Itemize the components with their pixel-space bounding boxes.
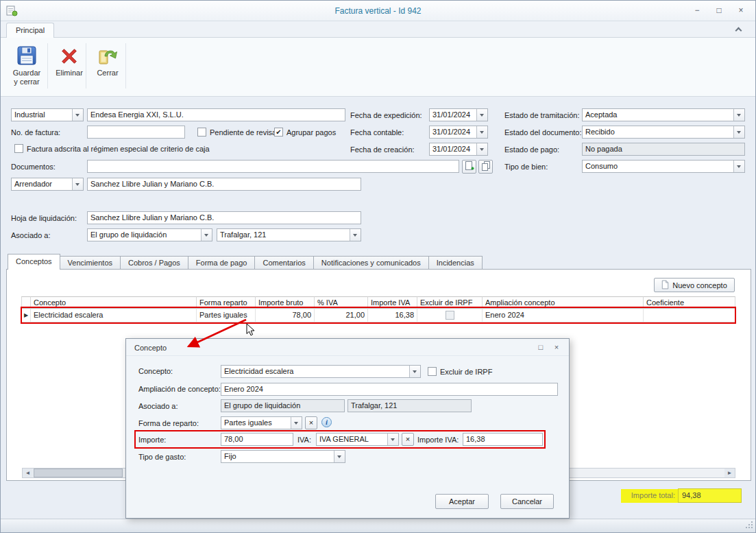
proveedor-field[interactable]: Endesa Energia XXI, S.L.U. xyxy=(87,108,345,121)
close-icon[interactable]: × xyxy=(732,5,750,17)
column-header-importe-iva[interactable]: Importe IVA xyxy=(368,296,417,309)
cell-importe-iva[interactable]: 16,38 xyxy=(368,309,417,322)
column-header-excluir-irpf[interactable]: Excluir de IRPF xyxy=(417,296,483,309)
dialog-tipo-gasto-combobox[interactable]: Fijo xyxy=(221,450,345,463)
scrollbar-thumb[interactable] xyxy=(34,469,123,477)
arrendador-tipo-value: Arrendador xyxy=(14,180,52,188)
chevron-down-icon[interactable] xyxy=(733,161,744,172)
cell-concepto[interactable]: Electricidad escalera xyxy=(31,309,197,322)
cell-coeficiente[interactable] xyxy=(644,309,735,322)
column-header-forma-reparto[interactable]: Forma reparto xyxy=(197,296,256,309)
asociado-grupo-combobox[interactable]: El grupo de liquidación xyxy=(87,228,212,241)
agrupar-pagos-checkbox[interactable]: ✔ xyxy=(274,128,283,137)
fecha-contable-label: Fecha contable: xyxy=(350,128,404,137)
chevron-down-icon[interactable] xyxy=(350,229,361,241)
documentos-field[interactable] xyxy=(87,160,459,173)
dialog-asociado-propiedad-field: Trafalgar, 121 xyxy=(347,399,472,412)
asociado-propiedad-combobox[interactable]: Trafalgar, 121 xyxy=(217,228,361,241)
chevron-down-icon[interactable] xyxy=(387,434,398,445)
tab-notificaciones[interactable]: Notificaciones y comunicados xyxy=(313,256,429,270)
maximize-icon[interactable]: □ xyxy=(710,5,728,17)
cancelar-button[interactable]: Cancelar xyxy=(500,494,554,509)
info-icon[interactable]: i xyxy=(321,417,332,427)
close-window-button[interactable]: Cerrar xyxy=(88,40,127,93)
delete-button[interactable]: Eliminar xyxy=(50,40,88,93)
fecha-expedicion-field[interactable]: 31/01/2024 xyxy=(429,108,488,121)
chevron-down-icon[interactable] xyxy=(72,178,83,190)
cell-ampliacion[interactable]: Enero 2024 xyxy=(483,309,644,322)
dialog-concepto-combobox[interactable]: Electricidad escalera xyxy=(221,365,421,378)
dialog-maximize-icon[interactable]: □ xyxy=(534,342,548,353)
criterio-caja-checkbox[interactable] xyxy=(14,144,23,153)
aceptar-button[interactable]: Aceptar xyxy=(435,494,489,509)
dialog-iva-value: IVA GENERAL xyxy=(319,435,369,443)
fecha-creacion-field[interactable]: 31/01/2024 xyxy=(429,143,488,156)
ribbon-separator xyxy=(86,43,86,88)
tab-forma-de-pago[interactable]: Forma de pago xyxy=(188,256,256,270)
chevron-down-icon[interactable] xyxy=(334,451,345,462)
dialog-tipo-gasto-value: Fijo xyxy=(224,452,236,460)
clear-forma-reparto-button[interactable]: × xyxy=(305,416,317,429)
exit-icon xyxy=(88,40,127,67)
scroll-left-icon[interactable]: ◄ xyxy=(23,469,33,477)
cell-iva[interactable]: 21,00 xyxy=(315,309,368,322)
dialog-ampliacion-field[interactable]: Enero 2024 xyxy=(221,383,558,396)
estado-tramitacion-combobox[interactable]: Aceptada xyxy=(582,108,745,121)
copy-document-button[interactable] xyxy=(478,160,493,174)
chevron-down-icon[interactable] xyxy=(476,143,487,155)
column-header-coeficiente[interactable]: Coeficiente xyxy=(644,296,735,309)
dialog-close-icon[interactable]: × xyxy=(550,342,563,353)
column-header-iva[interactable]: % IVA xyxy=(315,296,368,309)
tab-vencimientos[interactable]: Vencimientos xyxy=(60,256,121,270)
save-and-close-button[interactable]: Guardar y cerrar xyxy=(8,40,46,93)
tipo-titular-combobox[interactable]: Industrial xyxy=(11,108,84,121)
column-header-importe-bruto[interactable]: Importe bruto xyxy=(256,296,315,309)
fecha-contable-field[interactable]: 31/01/2024 xyxy=(429,126,488,139)
dialog-ampliacion-label: Ampliación de concepto: xyxy=(138,385,221,393)
collapse-ribbon-button[interactable] xyxy=(731,25,746,36)
dialog-importe-iva-field[interactable]: 16,38 xyxy=(463,433,543,446)
importe-total-label: Importe total: xyxy=(621,489,678,503)
chevron-down-icon[interactable] xyxy=(476,109,487,121)
chevron-down-icon[interactable] xyxy=(409,366,420,377)
excluir-irpf-grid-checkbox[interactable] xyxy=(446,311,454,320)
dialog-forma-reparto-combobox[interactable]: Partes iguales xyxy=(221,416,302,429)
column-header-ampliacion[interactable]: Ampliación concepto xyxy=(483,296,644,309)
concepto-dialog: Concepto □ × Concepto: Electricidad esca… xyxy=(125,338,570,519)
resize-grip-icon[interactable] xyxy=(745,521,753,530)
attach-document-button[interactable] xyxy=(462,160,476,174)
dialog-iva-combobox[interactable]: IVA GENERAL xyxy=(316,433,399,446)
minimize-icon[interactable]: − xyxy=(688,5,706,17)
chevron-down-icon[interactable] xyxy=(201,229,212,241)
nuevo-concepto-button[interactable]: Nuevo concepto xyxy=(654,278,735,292)
tab-comentarios[interactable]: Comentarios xyxy=(254,256,313,270)
clear-iva-button[interactable]: × xyxy=(402,433,414,446)
arrendador-field[interactable]: Sanchez Llibre Julian y Mariano C.B. xyxy=(87,178,361,191)
estado-documento-combobox[interactable]: Recibido xyxy=(582,126,745,139)
dialog-iva-label: IVA: xyxy=(297,436,311,444)
estado-tramitacion-label: Estado de tramitación: xyxy=(504,111,579,119)
fecha-creacion-value: 31/01/2024 xyxy=(432,145,470,153)
no-factura-field[interactable] xyxy=(87,126,185,139)
tab-incidencias[interactable]: Incidencias xyxy=(428,256,483,270)
chevron-down-icon[interactable] xyxy=(72,109,83,121)
chevron-down-icon[interactable] xyxy=(733,126,744,138)
dialog-titlebar: Concepto □ × xyxy=(126,339,569,356)
dialog-excluir-irpf-checkbox[interactable] xyxy=(428,367,437,376)
arrendador-tipo-combobox[interactable]: Arrendador xyxy=(11,178,84,191)
chevron-down-icon[interactable] xyxy=(476,126,487,138)
chevron-down-icon[interactable] xyxy=(291,417,302,429)
cell-importe-bruto[interactable]: 78,00 xyxy=(256,309,315,322)
dialog-importe-field[interactable]: 78,00 xyxy=(221,433,293,446)
tab-principal[interactable]: Principal xyxy=(6,23,54,38)
hoja-liquidacion-field[interactable]: Sanchez Llibre Julian y Mariano C.B. xyxy=(87,211,361,224)
tab-conceptos[interactable]: Conceptos xyxy=(8,254,60,270)
chevron-down-icon[interactable] xyxy=(733,109,744,121)
column-header-concepto[interactable]: Concepto xyxy=(31,296,197,309)
tab-cobros-pagos[interactable]: Cobros / Pagos xyxy=(120,256,188,270)
scroll-right-icon[interactable]: ► xyxy=(724,469,735,477)
pendiente-revisar-checkbox[interactable] xyxy=(197,128,206,137)
tipo-bien-combobox[interactable]: Consumo xyxy=(582,160,745,173)
cell-forma-reparto[interactable]: Partes iguales xyxy=(197,309,256,322)
save-icon xyxy=(8,40,46,67)
